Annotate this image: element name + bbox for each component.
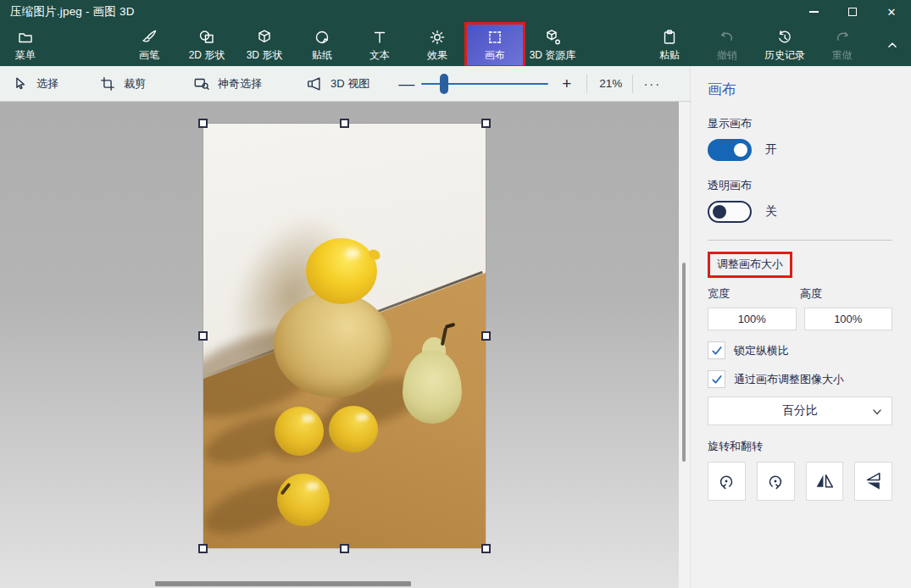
- photo-lemon: [306, 238, 377, 304]
- history-icon: [775, 28, 794, 47]
- minimize-icon: [809, 11, 819, 13]
- cursor-icon: [12, 75, 29, 92]
- checkmark-icon: [710, 373, 724, 386]
- unit-dropdown[interactable]: 百分比: [708, 397, 892, 425]
- close-button[interactable]: ✕: [872, 0, 911, 24]
- lock-aspect-ratio-checkbox[interactable]: [708, 341, 725, 359]
- show-canvas-label: 显示画布: [708, 116, 892, 131]
- show-canvas-state: 开: [765, 142, 777, 158]
- minimize-button[interactable]: [794, 0, 833, 24]
- checkmark-icon: [710, 344, 724, 358]
- menu-button[interactable]: 菜单: [5, 24, 46, 66]
- zoom-slider-thumb[interactable]: [440, 74, 448, 94]
- selection-handle[interactable]: [481, 119, 491, 128]
- text-button[interactable]: 文本: [351, 24, 408, 66]
- rotate-left-button[interactable]: [708, 462, 746, 501]
- photo-canvas[interactable]: [203, 124, 486, 548]
- vertical-scrollbar-thumb[interactable]: [682, 263, 686, 462]
- separator: [632, 75, 633, 93]
- window-title: 压缩图片.jpeg - 画图 3D: [0, 4, 135, 19]
- redo-button[interactable]: 重做: [814, 24, 871, 66]
- lock-aspect-ratio-label: 锁定纵横比: [734, 343, 789, 358]
- 3d-shapes-button[interactable]: 3D 形状: [236, 24, 293, 66]
- canvas-workspace[interactable]: [0, 102, 691, 588]
- brush-button[interactable]: 画笔: [120, 24, 178, 66]
- 3d-view-button[interactable]: 3D 视图: [306, 75, 369, 92]
- magic-select-icon: [193, 75, 210, 92]
- close-icon: ✕: [887, 7, 897, 18]
- canvas-icon: [486, 28, 504, 47]
- magic-select-tool[interactable]: 神奇选择: [193, 75, 262, 92]
- chevron-down-icon: [871, 406, 883, 418]
- flip-horizontal-button[interactable]: [806, 462, 844, 501]
- image-selection[interactable]: [203, 124, 486, 548]
- zoom-percentage[interactable]: 21%: [599, 77, 622, 90]
- titlebar: 压缩图片.jpeg - 画图 3D ✕: [0, 0, 911, 24]
- selection-handle[interactable]: [481, 331, 491, 341]
- paste-button[interactable]: 粘贴: [641, 24, 698, 66]
- brush-icon: [140, 28, 158, 47]
- toggle-knob: [713, 205, 726, 219]
- zoom-in-button[interactable]: +: [562, 75, 571, 92]
- effects-icon: [428, 28, 447, 47]
- resize-image-with-canvas-row[interactable]: 通过画布调整图像大小: [708, 370, 892, 388]
- effects-button[interactable]: 效果: [408, 24, 466, 66]
- paste-icon: [660, 28, 679, 47]
- selection-handle[interactable]: [481, 544, 491, 553]
- selection-handle[interactable]: [198, 331, 208, 341]
- separator: [586, 75, 587, 93]
- show-canvas-toggle[interactable]: [708, 139, 752, 161]
- 3d-library-icon: [543, 28, 562, 47]
- vertical-scrollbar-track[interactable]: [679, 102, 691, 588]
- 2d-shapes-button[interactable]: 2D 形状: [178, 24, 236, 66]
- selection-handle[interactable]: [198, 119, 208, 128]
- toggle-knob: [734, 143, 747, 157]
- rotate-left-icon: [716, 471, 736, 491]
- chevron-up-icon: [884, 36, 901, 53]
- height-input[interactable]: [804, 308, 893, 330]
- select-tool[interactable]: 选择: [12, 75, 58, 92]
- undo-icon: [718, 28, 736, 47]
- window-controls: ✕: [794, 0, 911, 24]
- undo-button[interactable]: 撤销: [698, 24, 756, 66]
- flip-vertical-button[interactable]: [854, 462, 892, 501]
- rotate-right-icon: [765, 471, 786, 491]
- photo-pear: [403, 351, 462, 424]
- resize-canvas-heading-annotation: 调整画布大小: [708, 252, 792, 278]
- selection-handle[interactable]: [340, 119, 349, 128]
- 3d-view-icon: [306, 75, 323, 92]
- canvas-button[interactable]: 画布: [466, 24, 524, 66]
- crop-tool[interactable]: 裁剪: [99, 75, 146, 92]
- 3d-shapes-icon: [255, 28, 274, 47]
- crop-icon: [99, 75, 116, 92]
- selection-handle[interactable]: [198, 544, 208, 553]
- zoom-slider[interactable]: [421, 74, 548, 94]
- rotate-right-button[interactable]: [757, 462, 795, 501]
- 2d-shapes-icon: [197, 28, 216, 47]
- photo-melon: [274, 292, 392, 397]
- horizontal-scrollbar-thumb[interactable]: [155, 581, 411, 586]
- text-icon: [370, 28, 389, 47]
- history-button[interactable]: 历史记录: [756, 24, 814, 66]
- sticker-button[interactable]: 贴纸: [293, 24, 351, 66]
- lock-aspect-ratio-row[interactable]: 锁定纵横比: [708, 341, 892, 359]
- 3d-library-button[interactable]: 3D 资源库: [524, 24, 581, 66]
- collapse-ribbon-button[interactable]: [874, 24, 911, 66]
- flip-vertical-icon: [864, 471, 884, 491]
- paint3d-window: 压缩图片.jpeg - 画图 3D ✕ 菜单 画笔 2D 形状 3D 形状 贴纸: [0, 0, 911, 588]
- zoom-out-button[interactable]: —: [398, 75, 414, 92]
- transparent-canvas-label: 透明画布: [708, 178, 892, 193]
- more-options-button[interactable]: ···: [643, 76, 661, 91]
- width-input[interactable]: [708, 308, 797, 330]
- transparent-canvas-state: 关: [765, 204, 777, 219]
- maximize-icon: [848, 8, 857, 16]
- selection-handle[interactable]: [340, 544, 349, 553]
- resize-image-with-canvas-label: 通过画布调整图像大小: [734, 372, 844, 387]
- height-label: 高度: [800, 286, 892, 302]
- maximize-button[interactable]: [833, 0, 872, 24]
- photo-plum: [329, 406, 378, 452]
- resize-image-with-canvas-checkbox[interactable]: [708, 370, 725, 388]
- transparent-canvas-toggle[interactable]: [708, 201, 752, 223]
- canvas-panel: 画布 显示画布 开 透明画布 关 调整画布大小 宽度 高度 锁定纵横比: [691, 66, 911, 588]
- toolbar-spacer: [581, 24, 641, 66]
